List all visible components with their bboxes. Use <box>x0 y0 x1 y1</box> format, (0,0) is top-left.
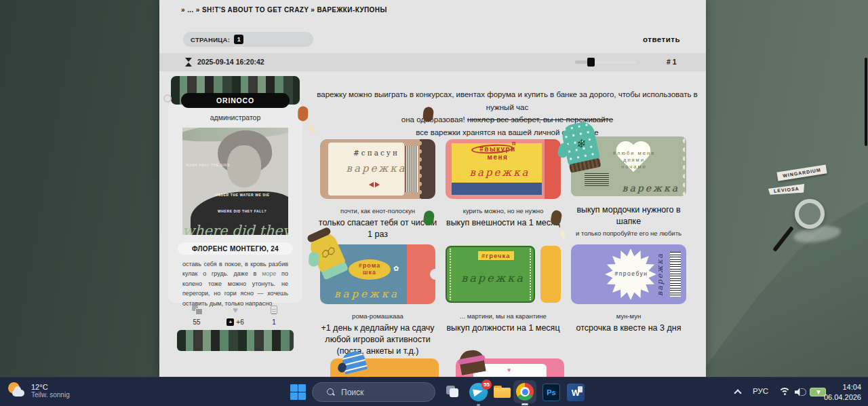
taskbar: 12°C Teilw. sonnig Поиск 55 Ps W РУС 14:… <box>0 377 868 406</box>
coupon-image-spasun: #спасун варежка <box>320 139 435 199</box>
plus-badge-icon[interactable]: + <box>226 318 234 326</box>
coupon-title: выкуп мордочки нужного в шапке <box>568 204 690 227</box>
post-number[interactable]: # 1 <box>667 58 677 66</box>
magnifying-glass-handle <box>772 226 794 252</box>
paper-plane-icon <box>473 388 484 397</box>
stat-messages: 55 <box>180 306 214 326</box>
coupon-card-proebun: #проебун варежка мун-мун отсрочка в квес… <box>568 244 690 334</box>
wallpaper-mountain <box>698 190 868 377</box>
ticket-word: варежка <box>466 166 534 179</box>
volume-wave-icon <box>801 388 806 396</box>
barcode <box>585 173 609 187</box>
pagination-current-page[interactable]: 1 <box>234 35 243 44</box>
coupon-subtitle: ... мартини, мы на карантине <box>442 312 564 320</box>
respect-count: 1 <box>272 318 276 326</box>
post-slider[interactable] <box>575 60 636 64</box>
coupon-image-grechka: #гречка варежка <box>446 244 561 304</box>
telegram-icon[interactable]: 55 <box>469 383 488 401</box>
search-placeholder: Поиск <box>341 388 363 397</box>
weather-temperature: 12°C <box>31 383 70 391</box>
weather-description: Teilw. sonnig <box>31 391 70 399</box>
ticket-word-vertical: варежка <box>656 250 665 299</box>
coupon-card-partial: ♥ <box>449 358 571 377</box>
ticket-word: варежка <box>455 272 531 284</box>
coupon-title: +1 день к дедлайну на сдачу любой игрово… <box>317 322 439 357</box>
pagination[interactable]: СТРАНИЦА: 1 <box>183 32 313 47</box>
tray-overflow-chevron-icon[interactable] <box>734 389 741 396</box>
messages-icon <box>192 306 202 314</box>
coupon-title: выкуп должности на 1 месяц <box>442 322 564 334</box>
start-button[interactable] <box>290 384 306 400</box>
weather-icon <box>7 381 26 400</box>
coupon-subtitle: почти, как енот-полоскун <box>317 207 439 215</box>
profile-footer-image <box>177 330 294 351</box>
coupon-subtitle: и только попробуйте его не любить <box>568 229 690 237</box>
photoshop-icon[interactable]: Ps <box>542 384 560 401</box>
intro-line: она одноразовая! нюхлер все заберет, вы … <box>314 113 701 126</box>
online-indicator <box>163 94 172 103</box>
word-icon[interactable]: W <box>567 384 585 401</box>
coupon-image-partial <box>330 358 439 377</box>
coupon-card-romashka: #рома шка ✿ ✿ варежка ⬡⬡ рома-ромашкааа … <box>317 244 439 357</box>
weather-widget[interactable]: 12°C Teilw. sonnig <box>7 381 70 400</box>
slider-thumb[interactable] <box>587 58 595 67</box>
coupon-card-spasun: #спасун варежка почти, как енот-полоскун… <box>317 139 439 240</box>
forum-page: » ... » SH!T'S ABOUT TO GET CRAZY » ВАРЕ… <box>159 0 706 377</box>
ticket-hashtag: #рома шка <box>349 259 391 280</box>
coupon-image-romashka: #рома шка ✿ ✿ варежка ⬡⬡ <box>320 244 435 304</box>
character-name-pill[interactable]: ФЛОРЕНС МОНТЕГЮ, 24 <box>178 242 293 255</box>
coupon-title: выкуп внешности на 1 месяц <box>442 217 564 229</box>
coupon-image-partial: ♥ <box>456 358 564 377</box>
breadcrumb[interactable]: » ... » SH!T'S ABOUT TO GET CRAZY » ВАРЕ… <box>181 6 387 14</box>
coupon-subtitle: курить можно, но не нужно <box>442 207 564 215</box>
chrome-icon[interactable] <box>513 380 536 403</box>
mitten-icon <box>458 348 486 375</box>
messages-count: 55 <box>193 318 200 326</box>
bio-link[interactable]: море <box>262 270 276 277</box>
intro-line: варежку можно выиграть в конкурсах, ивен… <box>314 88 701 113</box>
notification-badge: 55 <box>481 380 492 390</box>
wifi-icon[interactable] <box>778 388 791 397</box>
pagination-label: СТРАНИЦА: <box>191 36 230 43</box>
stat-respect: 1 <box>257 306 291 326</box>
avatar-caption: where did they fall <box>182 223 288 235</box>
ticket-stub <box>540 246 561 303</box>
search-input[interactable]: Поиск <box>312 382 435 402</box>
task-view-button[interactable] <box>446 386 460 398</box>
coupon-subtitle: рома-ромашкааа <box>317 312 439 320</box>
ticket-hashtag: #проебун <box>609 270 654 277</box>
clock[interactable]: 14:04 06.04.2026 <box>824 382 861 403</box>
likes-count: ++6 <box>226 318 243 326</box>
hashtag-bottom: шка <box>363 270 376 276</box>
chrome-logo <box>516 383 534 401</box>
coupon-card-grechka: #гречка варежка ... мартини, мы на каран… <box>442 244 564 334</box>
avatar-overlay-text: where did they fall? <box>218 209 267 213</box>
file-explorer-icon[interactable] <box>494 386 511 398</box>
stat-likes: ♥ ++6 <box>218 306 252 326</box>
barcode <box>668 250 683 299</box>
ticket-hashtag: #гречка <box>478 251 514 260</box>
coupon-card-vykupi: #выкури меня п варежка курить можно, но … <box>442 139 564 229</box>
paper-scrap: WINGARDIUM <box>776 164 827 181</box>
reply-button[interactable]: ответить <box>643 35 680 43</box>
bio-text: оставь себя в покое, в кровь разбив кула… <box>182 259 288 308</box>
hourglass-icon <box>185 58 192 62</box>
paper-scrap: LEVIOSA <box>768 184 806 196</box>
intro-part: она одноразовая! <box>401 115 467 124</box>
post-timestamp: 2025-09-14 16:20:42 <box>197 58 264 66</box>
magnifying-glass-icon <box>795 199 825 229</box>
ticket-stub <box>420 139 435 199</box>
bow-icon <box>369 182 380 188</box>
ticket-perforation <box>679 136 686 196</box>
ticket-notch <box>430 269 441 280</box>
browser-scrollbar-thumb[interactable] <box>865 58 867 146</box>
time: 14:04 <box>824 382 861 392</box>
ticket-word: варежка <box>338 162 415 174</box>
ticket-hashtag: #спасун <box>339 149 414 157</box>
heart-icon: ♥ <box>233 306 238 314</box>
coupon-card-partial <box>323 358 446 377</box>
language-indicator[interactable]: РУС <box>753 387 768 395</box>
avatar-overlay-text: under the water we die <box>215 193 270 197</box>
username-pill[interactable]: ORINOCO <box>181 93 290 108</box>
likes-value: +6 <box>236 318 243 326</box>
